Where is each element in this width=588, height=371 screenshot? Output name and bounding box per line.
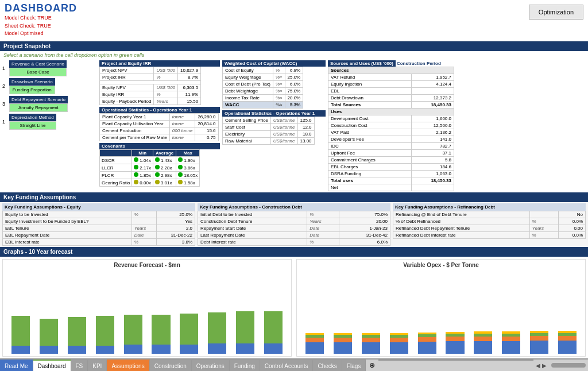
- bar-segment-blue: [11, 346, 30, 354]
- tab-assumptions[interactable]: Assumptions: [107, 360, 149, 371]
- wacc-val: 75.0%: [285, 88, 303, 95]
- tab-read-me[interactable]: Read Me: [0, 360, 33, 371]
- use-total-label: Total uses: [328, 177, 412, 184]
- use-val: 1,063.0: [411, 171, 454, 177]
- eq-unit: Years: [131, 225, 156, 232]
- bar-segment-blue: [236, 343, 254, 354]
- scrollbar[interactable]: [551, 363, 586, 368]
- tab-flags[interactable]: Flags: [342, 360, 366, 371]
- ops2-unit: US$/tonne: [270, 117, 297, 124]
- uses-header: Uses: [328, 109, 454, 115]
- table-row: Raw MaterialUS$/tonne13.00: [223, 138, 315, 145]
- bar-group: [301, 333, 328, 355]
- wacc-val: 25.0%: [285, 74, 303, 81]
- use-total-val: 18,450.33: [411, 177, 454, 184]
- pnl-title: Project and Equity IRR: [99, 60, 220, 67]
- tab-checks[interactable]: Checks: [313, 360, 342, 371]
- tab-funding[interactable]: Funding: [230, 360, 260, 371]
- bar-group: [330, 333, 356, 355]
- ops-unit: tonne: [169, 134, 195, 141]
- sheet-check-line2: Sheet Check: TRUE: [5, 22, 77, 30]
- pnl-unit: %: [154, 74, 178, 81]
- opex-chart-area: [297, 270, 585, 356]
- src-label: VAT Refund: [328, 74, 412, 81]
- key-funding-section: Key Funding Assumptions Key Funding Assu…: [0, 192, 588, 247]
- cov-label: DSCR: [100, 157, 132, 164]
- bar-segment: [334, 342, 352, 354]
- eq-label: EBL Tenure: [3, 225, 132, 232]
- bar-segment-green: [96, 316, 114, 346]
- bar-segment: [362, 338, 380, 342]
- revenue-chart-title: Revenue Forecast - $mn: [3, 260, 291, 270]
- ops-label: Plant Capacity Year 1: [100, 114, 170, 121]
- bar-segment: [446, 341, 464, 354]
- scenario-group-1: 1 Revenue & Cost Scenario Base Case: [2, 60, 97, 76]
- table-row-total: Total Sources18,450.33: [328, 102, 454, 109]
- bar-segment-green: [40, 319, 58, 346]
- table-row: Development Cost1,600.0: [328, 115, 454, 122]
- use-val: 184.6: [411, 164, 454, 171]
- bar-segment-blue: [68, 346, 86, 354]
- scenario-value-3[interactable]: Annuity Repayment: [9, 103, 68, 112]
- ops2-val: 12.0: [297, 124, 314, 131]
- ops-stats2-title: Operational Statistics - Operations Year…: [222, 110, 326, 117]
- revenue-chart-area: [3, 270, 291, 356]
- optimization-button[interactable]: Optimization: [529, 5, 583, 20]
- bar-group: [176, 314, 202, 355]
- scenario-num-3: 3: [2, 101, 8, 107]
- table-row: Equity to be Invested%25.0%: [3, 211, 195, 218]
- rd-unit: %: [529, 232, 559, 239]
- cd-label: Debt Interest rate: [198, 239, 307, 246]
- use-label: Developer's Fee: [328, 136, 412, 143]
- use-label: VAT Paid: [328, 129, 412, 136]
- ops-stats1-table: Plant Capacity Year 1tonne26,280.0 Plant…: [99, 113, 219, 141]
- use-val: 12,500.0: [411, 122, 454, 129]
- sources-uses-title: Sources and Uses (US$ '000): [328, 60, 396, 67]
- tab-fs[interactable]: FS: [71, 360, 88, 371]
- ops-unit: tonne: [169, 114, 195, 121]
- tab-kpi[interactable]: KPI: [88, 360, 107, 371]
- rd-val: 0.0%: [559, 232, 586, 239]
- cd-val: 31-Dec-42: [339, 232, 390, 239]
- src-label: Debt Drawdown: [328, 95, 412, 102]
- pnl-label: Project IRR: [100, 74, 154, 81]
- project-snapshot-header: Project Snapshot: [0, 41, 588, 51]
- tab-control-accounts[interactable]: Control Accounts: [260, 360, 314, 371]
- pnl-unit: US$ '000: [154, 84, 178, 91]
- cd-unit: %: [307, 239, 339, 246]
- table-row: Cement per Tonne of Raw Matetonne0.75: [100, 134, 219, 141]
- bar-segment-green: [124, 315, 142, 345]
- table-row: DSCR 1.04x 1.43x 1.90x: [100, 157, 200, 164]
- scenario-num-1: 1: [2, 65, 8, 71]
- bar-group: [204, 312, 230, 355]
- table-row: Equity IRR%11.9%: [100, 91, 201, 98]
- table-row: EBL Repayment DateDate31-Dec-22: [3, 232, 195, 239]
- bar-segment: [474, 341, 492, 354]
- tab-dashboard[interactable]: Dashboard: [33, 360, 71, 371]
- bar-segment-blue: [264, 343, 283, 354]
- bar-group: [554, 331, 581, 355]
- bar-segment: [390, 342, 408, 354]
- ops-val: 15.6: [195, 127, 218, 134]
- ops2-label: Electricity: [223, 131, 271, 138]
- bar-segment: [530, 336, 548, 341]
- bar-segment: [558, 341, 577, 354]
- table-row: EBL TenureYears2.0: [3, 225, 195, 232]
- add-tab-button[interactable]: ⊕: [366, 360, 378, 371]
- cov-col-name: [100, 150, 132, 157]
- scenario-value-2[interactable]: Funding Proportion: [9, 86, 55, 94]
- cov-label: Gearing Ratio: [100, 179, 132, 187]
- cov-label: LLCR: [100, 164, 132, 172]
- table-row: Cement Selling PriceUS$/tonne125.0: [223, 117, 315, 124]
- cd-val: 1-Jan-23: [339, 225, 390, 232]
- cd-unit: %: [307, 211, 339, 218]
- table-row: Staff CostUS$/tonne12.0: [223, 124, 315, 131]
- wacc-unit: %≈: [273, 81, 285, 88]
- table-row: Debt Interest rate%6.0%: [198, 239, 390, 246]
- scenario-value-1[interactable]: Base Case: [9, 68, 67, 76]
- scenario-value-4[interactable]: Straight Line: [9, 121, 56, 130]
- tab-operations[interactable]: Operations: [192, 360, 230, 371]
- tab-construction[interactable]: Construction: [150, 360, 192, 371]
- project-snapshot-section: Project Snapshot Select a scenario from …: [0, 41, 588, 192]
- construction-debt-title: Key Funding Assumptions - Construction D…: [198, 203, 390, 211]
